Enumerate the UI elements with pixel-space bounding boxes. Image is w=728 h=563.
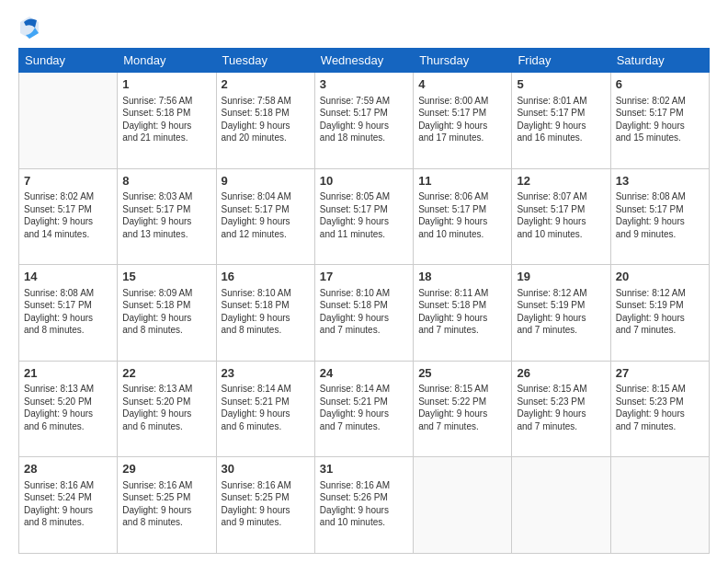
header — [18, 15, 710, 40]
day-number: 19 — [517, 269, 605, 285]
day-info: Sunrise: 8:02 AMSunset: 5:17 PMDaylight:… — [616, 95, 704, 144]
day-info: Sunrise: 8:11 AMSunset: 5:18 PMDaylight:… — [418, 287, 506, 337]
calendar-cell: 4Sunrise: 8:00 AMSunset: 5:17 PMDaylight… — [414, 73, 512, 169]
day-number: 18 — [418, 269, 506, 285]
calendar-week-3: 21Sunrise: 8:13 AMSunset: 5:20 PMDayligh… — [19, 361, 710, 457]
calendar-cell: 25Sunrise: 8:15 AMSunset: 5:22 PMDayligh… — [414, 361, 512, 457]
calendar-week-4: 28Sunrise: 8:16 AMSunset: 5:24 PMDayligh… — [19, 457, 710, 554]
calendar-cell: 26Sunrise: 8:15 AMSunset: 5:23 PMDayligh… — [512, 361, 610, 457]
day-number: 7 — [24, 173, 112, 190]
day-info: Sunrise: 7:58 AMSunset: 5:18 PMDaylight:… — [222, 95, 310, 144]
day-info: Sunrise: 8:14 AMSunset: 5:21 PMDaylight:… — [222, 383, 310, 432]
day-info: Sunrise: 8:08 AMSunset: 5:17 PMDaylight:… — [616, 190, 704, 240]
day-number: 17 — [320, 269, 408, 285]
day-info: Sunrise: 7:59 AMSunset: 5:17 PMDaylight:… — [320, 95, 408, 144]
calendar-cell: 12Sunrise: 8:07 AMSunset: 5:17 PMDayligh… — [512, 168, 610, 265]
day-info: Sunrise: 8:01 AMSunset: 5:17 PMDaylight:… — [517, 95, 605, 144]
calendar-cell: 16Sunrise: 8:10 AMSunset: 5:18 PMDayligh… — [216, 265, 314, 362]
day-info: Sunrise: 8:06 AMSunset: 5:17 PMDaylight:… — [418, 190, 506, 240]
calendar-cell: 21Sunrise: 8:13 AMSunset: 5:20 PMDayligh… — [19, 361, 118, 457]
day-info: Sunrise: 8:12 AMSunset: 5:19 PMDaylight:… — [616, 287, 704, 337]
day-number: 16 — [222, 269, 310, 285]
day-number: 29 — [122, 461, 210, 477]
calendar-cell: 29Sunrise: 8:16 AMSunset: 5:25 PMDayligh… — [118, 457, 216, 554]
day-number: 10 — [320, 173, 408, 190]
day-number: 15 — [122, 269, 210, 285]
calendar-cell: 27Sunrise: 8:15 AMSunset: 5:23 PMDayligh… — [610, 361, 709, 457]
calendar-week-0: 1Sunrise: 7:56 AMSunset: 5:18 PMDaylight… — [19, 73, 710, 169]
day-info: Sunrise: 8:15 AMSunset: 5:22 PMDaylight:… — [418, 383, 506, 432]
calendar-cell: 7Sunrise: 8:02 AMSunset: 5:17 PMDaylight… — [19, 168, 118, 265]
day-number: 9 — [222, 173, 310, 190]
day-info: Sunrise: 8:08 AMSunset: 5:17 PMDaylight:… — [24, 287, 112, 337]
day-number: 25 — [418, 365, 506, 382]
calendar-cell: 5Sunrise: 8:01 AMSunset: 5:17 PMDaylight… — [512, 73, 610, 169]
day-number: 24 — [320, 365, 408, 382]
day-info: Sunrise: 8:16 AMSunset: 5:25 PMDaylight:… — [122, 479, 210, 529]
calendar-cell: 31Sunrise: 8:16 AMSunset: 5:26 PMDayligh… — [314, 457, 413, 554]
day-number: 3 — [320, 76, 408, 93]
calendar-header-thursday: Thursday — [414, 49, 512, 73]
day-info: Sunrise: 8:10 AMSunset: 5:18 PMDaylight:… — [222, 287, 310, 337]
day-number: 14 — [24, 269, 112, 285]
calendar-cell: 17Sunrise: 8:10 AMSunset: 5:18 PMDayligh… — [314, 265, 413, 362]
calendar-cell: 3Sunrise: 7:59 AMSunset: 5:17 PMDaylight… — [314, 73, 413, 169]
calendar-cell: 6Sunrise: 8:02 AMSunset: 5:17 PMDaylight… — [610, 73, 709, 169]
day-info: Sunrise: 8:15 AMSunset: 5:23 PMDaylight:… — [616, 383, 704, 432]
calendar-cell: 19Sunrise: 8:12 AMSunset: 5:19 PMDayligh… — [512, 265, 610, 362]
day-info: Sunrise: 8:14 AMSunset: 5:21 PMDaylight:… — [320, 383, 408, 432]
calendar-cell: 8Sunrise: 8:03 AMSunset: 5:17 PMDaylight… — [118, 168, 216, 265]
calendar-cell: 13Sunrise: 8:08 AMSunset: 5:17 PMDayligh… — [610, 168, 709, 265]
calendar-cell: 15Sunrise: 8:09 AMSunset: 5:18 PMDayligh… — [118, 265, 216, 362]
calendar-header-wednesday: Wednesday — [314, 49, 413, 73]
day-number: 28 — [24, 461, 112, 477]
day-info: Sunrise: 8:07 AMSunset: 5:17 PMDaylight:… — [517, 190, 605, 240]
calendar-header-monday: Monday — [118, 49, 216, 73]
calendar-cell: 22Sunrise: 8:13 AMSunset: 5:20 PMDayligh… — [118, 361, 216, 457]
calendar-header-row: SundayMondayTuesdayWednesdayThursdayFrid… — [19, 49, 710, 73]
day-info: Sunrise: 8:00 AMSunset: 5:17 PMDaylight:… — [418, 95, 506, 144]
calendar-week-1: 7Sunrise: 8:02 AMSunset: 5:17 PMDaylight… — [19, 168, 710, 265]
day-info: Sunrise: 8:16 AMSunset: 5:25 PMDaylight:… — [222, 479, 310, 529]
day-number: 6 — [616, 76, 704, 93]
calendar-header-sunday: Sunday — [19, 49, 118, 73]
day-number: 1 — [122, 76, 210, 93]
calendar-cell — [610, 457, 709, 554]
day-info: Sunrise: 7:56 AMSunset: 5:18 PMDaylight:… — [122, 95, 210, 144]
calendar-cell — [19, 73, 118, 169]
calendar-cell: 23Sunrise: 8:14 AMSunset: 5:21 PMDayligh… — [216, 361, 314, 457]
day-info: Sunrise: 8:09 AMSunset: 5:18 PMDaylight:… — [122, 287, 210, 337]
day-number: 30 — [222, 461, 310, 477]
day-info: Sunrise: 8:05 AMSunset: 5:17 PMDaylight:… — [320, 190, 408, 240]
day-number: 2 — [222, 76, 310, 93]
day-info: Sunrise: 8:13 AMSunset: 5:20 PMDaylight:… — [24, 383, 112, 432]
day-number: 11 — [418, 173, 506, 190]
calendar-cell: 11Sunrise: 8:06 AMSunset: 5:17 PMDayligh… — [414, 168, 512, 265]
day-number: 23 — [222, 365, 310, 382]
calendar-cell: 24Sunrise: 8:14 AMSunset: 5:21 PMDayligh… — [314, 361, 413, 457]
day-number: 5 — [517, 76, 605, 93]
calendar-header-saturday: Saturday — [610, 49, 709, 73]
day-number: 26 — [517, 365, 605, 382]
calendar-cell: 14Sunrise: 8:08 AMSunset: 5:17 PMDayligh… — [19, 265, 118, 362]
calendar-cell — [512, 457, 610, 554]
calendar-header-friday: Friday — [512, 49, 610, 73]
day-number: 31 — [320, 461, 408, 477]
logo-icon — [18, 15, 40, 40]
day-info: Sunrise: 8:03 AMSunset: 5:17 PMDaylight:… — [122, 190, 210, 240]
calendar-cell: 10Sunrise: 8:05 AMSunset: 5:17 PMDayligh… — [314, 168, 413, 265]
day-number: 13 — [616, 173, 704, 190]
day-number: 20 — [616, 269, 704, 285]
day-number: 12 — [517, 173, 605, 190]
page: SundayMondayTuesdayWednesdayThursdayFrid… — [0, 0, 728, 563]
day-number: 27 — [616, 365, 704, 382]
calendar-header-tuesday: Tuesday — [216, 49, 314, 73]
day-number: 21 — [24, 365, 112, 382]
calendar-cell: 18Sunrise: 8:11 AMSunset: 5:18 PMDayligh… — [414, 265, 512, 362]
day-number: 4 — [418, 76, 506, 93]
day-info: Sunrise: 8:16 AMSunset: 5:26 PMDaylight:… — [320, 479, 408, 529]
day-info: Sunrise: 8:10 AMSunset: 5:18 PMDaylight:… — [320, 287, 408, 337]
calendar-cell: 9Sunrise: 8:04 AMSunset: 5:17 PMDaylight… — [216, 168, 314, 265]
day-info: Sunrise: 8:13 AMSunset: 5:20 PMDaylight:… — [122, 383, 210, 432]
calendar-cell: 1Sunrise: 7:56 AMSunset: 5:18 PMDaylight… — [118, 73, 216, 169]
